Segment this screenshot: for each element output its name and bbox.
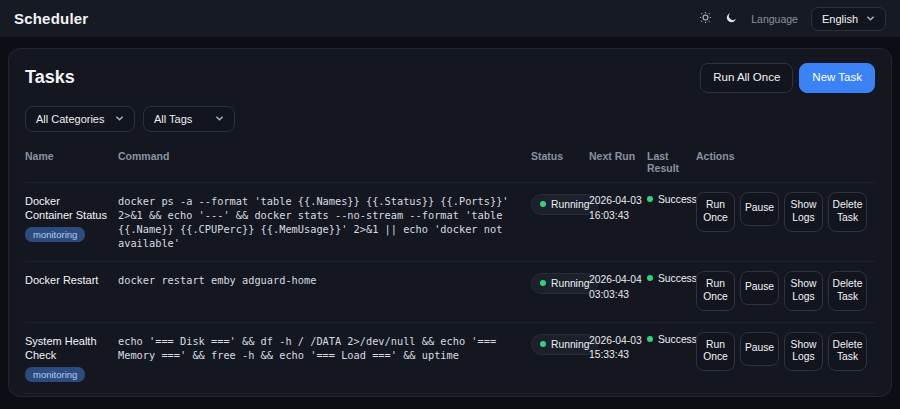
- last-result-label: Success: [658, 273, 697, 284]
- column-header-actions: Actions: [696, 140, 875, 182]
- name-cell: Docker Container Status monitoring: [25, 183, 118, 261]
- next-run-time: 16:03:43: [589, 209, 639, 224]
- column-header-next-run: Next Run: [589, 140, 647, 182]
- theme-dark-toggle[interactable]: [725, 11, 738, 27]
- column-header-last-result: Last Result: [647, 140, 696, 182]
- result-dot-icon: [647, 275, 653, 281]
- language-select[interactable]: English: [811, 7, 886, 31]
- chevron-down-icon: [215, 113, 224, 125]
- table-row: Cleanup Temp Files maintenance find /tmp…: [25, 394, 875, 397]
- task-name: Docker Restart: [25, 273, 110, 287]
- chevron-down-icon: [866, 13, 875, 25]
- language-select-value: English: [822, 13, 858, 25]
- delete-task-button[interactable]: Delete Task: [828, 271, 867, 311]
- next-run-cell: 2026-04-03 16:03:43: [589, 183, 647, 261]
- last-result-label: Success: [658, 194, 697, 205]
- chevron-down-icon: [115, 113, 124, 125]
- table-row: System Health Check monitoring echo '===…: [25, 323, 875, 395]
- moon-icon: [725, 11, 738, 27]
- show-logs-button[interactable]: Show Logs: [784, 332, 823, 372]
- result-dot-icon: [647, 336, 653, 342]
- status-dot-icon: [540, 201, 546, 207]
- tasks-title: Tasks: [25, 67, 75, 88]
- show-logs-button[interactable]: Show Logs: [784, 192, 823, 232]
- column-header-status: Status: [531, 140, 589, 182]
- name-cell: Cleanup Temp Files maintenance: [25, 394, 118, 397]
- tasks-card: Tasks Run All Once New Task All Categori…: [8, 48, 892, 397]
- status-cell: Running: [531, 262, 589, 322]
- task-rows: Docker Container Status monitoring docke…: [25, 183, 875, 397]
- last-result-cell: Success: [647, 262, 696, 322]
- status-dot-icon: [540, 341, 546, 347]
- next-run-date: 2026-04-03: [589, 194, 639, 209]
- last-result-cell: Success: [647, 323, 696, 394]
- delete-task-button[interactable]: Delete Task: [828, 192, 867, 232]
- status-dot-icon: [540, 280, 546, 286]
- next-run-time: 03:03:43: [589, 288, 639, 303]
- show-logs-button[interactable]: Show Logs: [784, 271, 823, 311]
- status-cell: Running: [531, 394, 589, 397]
- category-filter-select[interactable]: All Categories: [25, 106, 135, 132]
- last-result-label: Success: [658, 334, 697, 345]
- last-result-badge: Success: [647, 194, 688, 205]
- new-task-button[interactable]: New Task: [799, 63, 875, 93]
- pause-button[interactable]: Pause: [740, 271, 779, 305]
- table-row: Docker Container Status monitoring docke…: [25, 183, 875, 262]
- name-cell: System Health Check monitoring: [25, 323, 118, 394]
- topbar: Scheduler Language English: [0, 0, 900, 37]
- run-once-button[interactable]: Run Once: [696, 271, 735, 311]
- status-cell: Running: [531, 323, 589, 394]
- next-run-time: 15:33:43: [589, 348, 639, 363]
- tag-filter-select[interactable]: All Tags: [143, 106, 235, 132]
- name-cell: Docker Restart: [25, 262, 118, 322]
- status-label: Running: [551, 199, 589, 210]
- topbar-controls: Language English: [699, 7, 886, 31]
- result-dot-icon: [647, 196, 653, 202]
- app-title: Scheduler: [14, 10, 88, 27]
- task-tag-badge: monitoring: [25, 227, 85, 242]
- category-filter-value: All Categories: [36, 113, 104, 125]
- tasks-header-buttons: Run All Once New Task: [700, 63, 875, 93]
- table-header-row: Name Command Status Next Run Last Result…: [25, 140, 875, 183]
- next-run-cell: 2026-04-04 03:03:43: [589, 262, 647, 322]
- task-name: System Health Check: [25, 334, 110, 363]
- status-label: Running: [551, 339, 589, 350]
- status-label: Running: [551, 278, 589, 289]
- pause-button[interactable]: Pause: [740, 332, 779, 366]
- task-actions: Run OncePauseShow LogsDelete Task: [696, 183, 875, 261]
- theme-light-toggle[interactable]: [699, 11, 712, 27]
- last-result-badge: Success: [647, 273, 688, 284]
- run-once-button[interactable]: Run Once: [696, 332, 735, 372]
- task-tag-badge: monitoring: [25, 367, 85, 382]
- column-header-command: Command: [118, 140, 531, 182]
- status-cell: Running: [531, 183, 589, 261]
- column-header-name: Name: [25, 140, 118, 182]
- next-run-cell: 2026-04-03 15:33:43: [589, 323, 647, 394]
- tasks-card-header: Tasks Run All Once New Task: [25, 63, 875, 93]
- task-actions: Run OncePauseShow LogsDelete Task: [696, 262, 875, 322]
- task-name: Docker Container Status: [25, 194, 110, 223]
- task-actions: Run OncePauseShow LogsDelete Task: [696, 323, 875, 394]
- table-row: Docker Restart docker restart emby adgua…: [25, 262, 875, 323]
- run-all-once-button[interactable]: Run All Once: [700, 63, 793, 93]
- next-run-cell: 2026-04-04 04:00:00: [589, 394, 647, 397]
- run-once-button[interactable]: Run Once: [696, 192, 735, 232]
- last-result-badge: Success: [647, 334, 688, 345]
- task-command: echo '=== Disk ===' && df -h / /DATA 2>/…: [118, 323, 531, 394]
- tag-filter-value: All Tags: [154, 113, 192, 125]
- task-command: find /tmp -type f -mtime +7 -delete 2>/d…: [118, 394, 531, 397]
- language-label: Language: [751, 13, 798, 25]
- task-command: docker ps -a --format 'table {{.Names}} …: [118, 183, 531, 261]
- next-run-date: 2026-04-03: [589, 334, 639, 349]
- next-run-date: 2026-04-04: [589, 273, 639, 288]
- last-result-cell: Success: [647, 183, 696, 261]
- task-actions: Run OncePauseShow LogsDelete Task: [696, 394, 875, 397]
- task-command: docker restart emby adguard-home: [118, 262, 531, 322]
- delete-task-button[interactable]: Delete Task: [828, 332, 867, 372]
- tasks-table: Name Command Status Next Run Last Result…: [25, 140, 875, 397]
- filters: All Categories All Tags: [25, 106, 875, 132]
- last-result-cell: Success: [647, 394, 696, 397]
- sun-icon: [699, 11, 712, 27]
- pause-button[interactable]: Pause: [740, 192, 779, 226]
